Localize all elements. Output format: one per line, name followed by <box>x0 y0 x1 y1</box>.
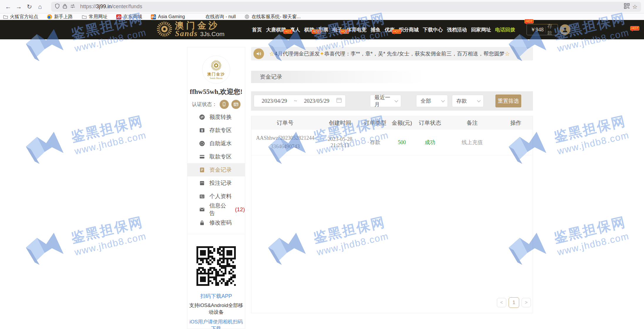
nav-promotions[interactable]: 优惠HOT <box>383 26 397 33</box>
chevron-down-icon <box>477 99 481 102</box>
nav-phone-callback[interactable]: 电话回拨 <box>493 26 517 33</box>
bookmark-item[interactable]: 在线咨询 - null <box>206 14 236 20</box>
site-logo[interactable]: 澳门金沙 Sands 3Js.Com <box>156 20 224 39</box>
funds-record-icon <box>199 167 205 173</box>
forward-button[interactable]: → <box>14 2 24 12</box>
bookmark-item[interactable]: 常用网址 <box>82 14 107 20</box>
sidebar: 澳门金沙 Sands Macao ffhw55wh,欢迎您! 认证状态： 额度转… <box>187 47 245 329</box>
cell-remark: 线上充值 <box>445 139 499 146</box>
logo-english: Sands <box>175 30 198 37</box>
bookmark-item[interactable]: AG Asia Gaming <box>151 14 185 19</box>
chevron-down-icon <box>394 99 398 102</box>
category-select[interactable]: 存款 <box>452 95 484 107</box>
hot-badge: HOT <box>340 29 349 34</box>
filter-bar: 2023/04/29 ~ 2023/05/29 最近一月 全部 存款 <box>251 91 533 111</box>
records-table: 订单号 创建时间 订单类型 金额(元) 订单状态 备注 操作 AAShhwzf2… <box>251 116 533 313</box>
url-text: https://3j99.in/center/funds <box>80 4 142 10</box>
globe-icon <box>245 14 250 19</box>
page-number-button[interactable]: 1 <box>509 297 519 308</box>
sidebar-item-profile[interactable]: 个人资料 <box>187 190 245 203</box>
nav-download[interactable]: 下载中心 <box>421 26 445 33</box>
cell-order-type: 存款 <box>361 139 389 146</box>
hot-badge: HOT <box>283 29 292 34</box>
wallet-box[interactable]: ￥948 存款 <box>527 24 558 35</box>
sunburst-logo-icon <box>211 60 222 71</box>
user-avatar-icon[interactable] <box>560 24 570 35</box>
bookmark-item[interactable]: 火狐官方站点 <box>3 14 38 20</box>
bank-card-auth-icon[interactable] <box>231 100 241 109</box>
type-select[interactable]: 全部 <box>416 95 448 107</box>
cell-created-at: 2023-05-28 21:25:13 <box>319 136 361 149</box>
home-button[interactable]: ⌂ <box>35 2 45 12</box>
qr-toolbar-icon[interactable] <box>624 3 630 10</box>
speaker-icon <box>253 48 264 59</box>
hot-badge-float: HOT <box>630 25 639 31</box>
sidebar-item-quota-transfer[interactable]: 额度转换 <box>187 110 245 124</box>
logo-chinese: 澳门金沙 <box>175 21 224 30</box>
bet-record-icon <box>199 180 205 186</box>
back-button[interactable]: ← <box>3 2 14 12</box>
sidebar-item-change-password[interactable]: 修改密码 <box>187 216 245 229</box>
sidebar-item-rebate[interactable]: 自助返水 <box>187 137 245 150</box>
reload-button[interactable]: ↻ <box>24 2 35 12</box>
jd-icon: JD <box>116 14 121 19</box>
lock-icon <box>199 220 205 226</box>
profile-card-icon <box>199 193 205 199</box>
permissions-icon[interactable] <box>70 4 76 10</box>
sidebar-item-funds-record[interactable]: 资金记录 <box>187 163 245 176</box>
main-content: ☆4月代理佣金已派发✦恭喜代理：李**，章*，吴* 先生/女士，获实发佣金前三，… <box>251 47 533 313</box>
qr-download-link[interactable]: 扫码下载APP <box>187 293 245 300</box>
sidebar-menu: 额度转换 ¥ 存款专区 自助返水 取款专区 资金记录 <box>187 110 245 229</box>
nav-fishing[interactable]: 捕鱼 <box>369 26 383 33</box>
folder-icon <box>82 14 87 19</box>
rebate-icon <box>199 141 205 146</box>
svg-text:¥: ¥ <box>201 128 203 132</box>
sidebar-item-withdraw[interactable]: 取款专区 <box>187 150 245 163</box>
reset-filter-button[interactable]: 重置筛选 <box>495 95 521 107</box>
bookmark-item[interactable]: 在线客服系统- 聊天窗... <box>245 14 301 20</box>
lock-icon[interactable] <box>63 4 67 10</box>
welcome-text: ffhw55wh,欢迎您! <box>187 87 245 96</box>
auth-status-label: 认证状态： <box>192 101 217 108</box>
exchange-icon <box>199 114 205 120</box>
auth-status-row: 认证状态： <box>187 99 245 109</box>
nav-home[interactable]: 首页 <box>250 26 264 33</box>
cell-status: 成功 <box>415 139 445 146</box>
table-header: 订单号 创建时间 订单类型 金额(元) 订单状态 备注 操作 <box>251 116 533 130</box>
bookmark-item[interactable]: JD 京东商城 <box>116 14 142 20</box>
sidebar-item-announcements[interactable]: 信息公告(12) <box>187 203 245 216</box>
sidebar-item-bet-record[interactable]: 投注记录 <box>187 176 245 190</box>
nav-home-url[interactable]: 回家网址 <box>469 26 493 33</box>
browser-window: ← → ↻ ⌂ https://3j99.in/center/funds ☆ <box>0 0 644 329</box>
range-select[interactable]: 最近一月 <box>370 95 401 107</box>
nav-datang-chess[interactable]: 大唐棋牌HOT <box>264 26 288 33</box>
prev-page-button[interactable]: < <box>497 298 506 307</box>
date-range-picker[interactable]: 2023/04/29 ~ 2023/05/29 <box>254 95 346 107</box>
logo-domain: 3Js.Com <box>200 30 225 38</box>
deposit-button[interactable]: 存款 <box>547 23 554 36</box>
qr-code <box>195 245 238 287</box>
calendar-icon <box>336 97 342 104</box>
next-page-button[interactable]: > <box>522 298 531 307</box>
nav-events[interactable]: 强档活动 <box>445 26 469 33</box>
nav-slots[interactable]: 电子HOT <box>330 26 344 33</box>
nav-chess[interactable]: 棋牌HOT <box>302 26 316 33</box>
shield-icon[interactable] <box>55 4 60 10</box>
browser-toolbar: ← → ↻ ⌂ https://3j99.in/center/funds ☆ <box>0 0 644 14</box>
qr-section: 扫码下载APP 支持iOS&Android全部移动设备 iOS用户请使用相机扫码… <box>187 234 245 329</box>
main-nav: 首页 大唐棋牌HOT 真人 棋牌HOT 彩票 电子HOT 体育电竞 捕鱼 优惠H… <box>250 20 517 39</box>
hot-badge-float: HOT <box>524 18 534 23</box>
firefox-icon <box>47 14 52 19</box>
balance-amount: ￥948 <box>530 26 544 33</box>
cell-order-no: AAShhwzf202305282124433646490743 <box>251 134 319 151</box>
phone-auth-icon[interactable] <box>220 100 229 109</box>
sidebar-item-deposit[interactable]: ¥ 存款专区 <box>187 124 245 137</box>
qr-ios-hint: iOS用户请使用相机扫码下载 <box>187 318 245 329</box>
folder-icon <box>3 14 8 19</box>
site-header: 澳门金沙 Sands 3Js.Com 首页 大唐棋牌HOT 真人 棋牌HOT 彩… <box>0 20 644 39</box>
bookmark-item[interactable]: 新手上路 <box>47 14 73 20</box>
announcement-bar: ☆4月代理佣金已派发✦恭喜代理：李**，章*，吴* 先生/女士，获实发佣金前三，… <box>251 47 533 60</box>
date-end: 2023/05/29 <box>304 98 329 104</box>
bookmark-star-icon[interactable]: ☆ <box>632 3 638 10</box>
url-bar[interactable]: https://3j99.in/center/funds ☆ <box>51 2 641 12</box>
